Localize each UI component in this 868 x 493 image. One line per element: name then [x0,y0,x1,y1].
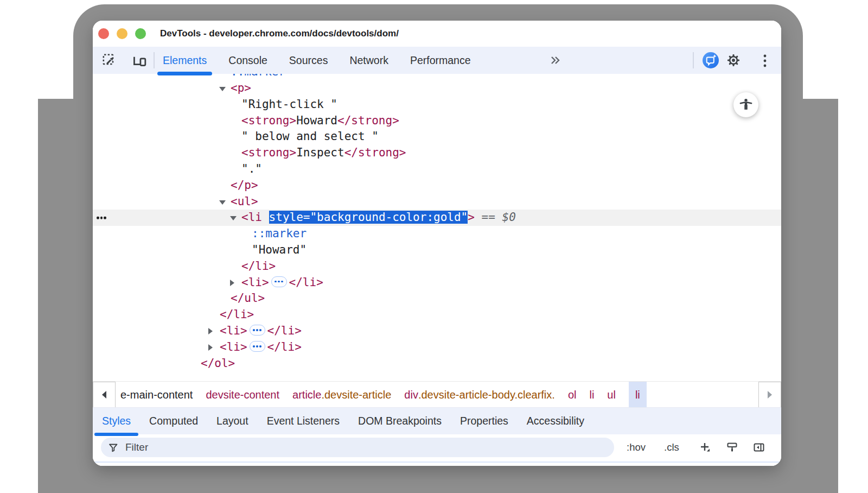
panel-tab-event-listeners[interactable]: Event Listeners [258,408,349,435]
collapse-arrow-icon[interactable] [230,216,237,220]
breadcrumb-item[interactable]: ul [607,382,616,408]
dom-token: </strong> [344,146,406,159]
ai-assistant-icon[interactable] [703,52,719,71]
dom-tree-row[interactable]: </ul> [93,290,781,307]
dom-token: <ul> [231,195,258,208]
dom-node-text: ::marker [252,226,307,242]
dom-token: " below and select " [241,130,379,143]
dom-tree-row[interactable]: </p> [93,178,781,194]
breadcrumb-token: li [589,389,594,401]
breadcrumb-items: e-main-contentdevsite-contentarticle.dev… [120,382,758,408]
breadcrumb-token: e-main-content [120,389,193,401]
panel-tab-computed[interactable]: Computed [140,408,207,435]
breadcrumb-token: div [404,389,418,401]
dom-token [262,211,269,224]
dom-tree-row[interactable]: "." [93,161,781,178]
dom-token: <li> [220,324,247,337]
dom-token: "Right-click " [241,98,337,111]
tab-console[interactable]: Console [220,47,276,74]
breadcrumb-item[interactable]: devsite-content [206,382,279,408]
collapsed-content-pill[interactable] [250,325,265,336]
dom-node-text: <li></li> [241,275,323,291]
dom-token: </p> [231,179,258,192]
breadcrumb-token: devsite-content [206,389,279,401]
dom-tree-row[interactable]: <li></li> [93,323,781,339]
dom-node-text: </p> [231,178,258,194]
device-toolbar-icon[interactable] [132,53,147,70]
dom-node-text: </ol> [201,356,235,372]
collapse-arrow-icon[interactable] [219,200,226,205]
breadcrumb-token: .devsite-article-body.clearfix. [418,389,555,401]
breadcrumb-item[interactable]: article.devsite-article [292,382,391,408]
dom-node-text: </ul> [231,290,265,307]
dom-tree-row[interactable]: <p> [93,80,781,97]
expand-arrow-icon[interactable] [208,328,213,334]
collapsed-content-pill[interactable] [250,341,265,352]
dom-tree-row[interactable]: "Howard" [93,242,781,258]
traffic-light-close-button[interactable] [98,28,109,39]
breadcrumb-item[interactable]: div.devsite-article-body.clearfix. [404,382,555,408]
dom-token: $0 [502,211,515,224]
tab-elements[interactable]: Elements [155,47,215,74]
dom-tree-row[interactable]: <li></li> [93,339,781,356]
dom-tree-row[interactable]: <ul> [93,194,781,210]
dom-tree-row[interactable]: "Right-click " [93,97,781,113]
dom-tree-row-selected[interactable]: <li style="background-color:gold"> == $0 [93,210,781,226]
dom-tree: ::marker<p>"Right-click "<strong>Howard<… [93,74,781,381]
traffic-light-minimize-button[interactable] [117,28,127,39]
styles-filter-field[interactable] [101,438,614,457]
settings-gear-icon[interactable] [726,53,741,69]
breadcrumb-item[interactable]: li [589,382,594,408]
breadcrumb: e-main-contentdevsite-contentarticle.dev… [93,381,781,408]
dom-node-text: <p> [231,80,251,97]
new-style-rule-icon[interactable] [699,441,712,456]
more-tabs-icon[interactable] [548,54,562,68]
dom-tree-row[interactable]: </li> [93,258,781,275]
panel-tab-properties[interactable]: Properties [451,408,518,435]
element-classes-button[interactable]: .cls [664,434,679,460]
traffic-light-zoom-button[interactable] [135,28,146,39]
row-more-actions-icon[interactable] [97,217,106,219]
dom-tree-row[interactable]: <strong>Inspect</strong> [93,145,781,161]
dom-node-text: ::marker [231,74,285,80]
breadcrumb-item[interactable]: ol [568,382,577,408]
dom-tree-row[interactable]: </ol> [93,356,781,372]
breadcrumb-item[interactable]: e-main-content [120,382,193,408]
dom-tree-row[interactable]: <li></li> [93,275,781,291]
dom-token: </li> [289,276,323,289]
styles-filter-input[interactable] [124,441,614,454]
dom-token: </li> [267,324,302,337]
collapse-arrow-icon[interactable] [219,87,226,91]
tab-sources[interactable]: Sources [281,47,336,74]
accessibility-icon [739,98,753,112]
tab-performance[interactable]: Performance [402,47,479,74]
panel-tab-layout[interactable]: Layout [207,408,258,435]
panel-tab-styles[interactable]: Styles [93,408,140,435]
panel-tab-accessibility[interactable]: Accessibility [518,408,593,435]
dom-token: <li [241,211,262,224]
inspect-element-icon[interactable] [101,53,117,70]
paint-roller-icon[interactable] [726,441,739,456]
toggle-panel-icon[interactable] [752,441,765,456]
dom-tree-row[interactable]: </li> [93,307,781,323]
expand-arrow-icon[interactable] [208,344,213,351]
panel-bottom-divider [93,462,781,463]
dom-node-text: "." [241,161,262,178]
dom-token: "Howard" [252,243,307,256]
dom-tree-row[interactable]: " below and select " [93,129,781,145]
collapsed-content-pill[interactable] [271,276,287,287]
tab-network[interactable]: Network [341,47,397,74]
dom-tree-row[interactable]: <strong>Howard</strong> [93,113,781,129]
breadcrumb-token: li [635,389,640,401]
window-title: DevTools - developer.chrome.com/docs/dev… [160,21,399,47]
toggle-element-state-button[interactable]: :hov [627,434,646,460]
breadcrumb-item-selected[interactable]: li [629,382,647,408]
breadcrumb-scroll-right-button[interactable] [758,382,781,408]
dom-node-text: <ul> [231,194,258,210]
dom-tree-row[interactable]: ::marker [93,226,781,242]
kebab-menu-icon[interactable] [762,54,768,70]
accessibility-button[interactable] [733,92,758,117]
expand-arrow-icon[interactable] [230,280,234,286]
breadcrumb-scroll-left-button[interactable] [93,382,116,408]
panel-tab-dom-breakpoints[interactable]: DOM Breakpoints [349,408,451,435]
